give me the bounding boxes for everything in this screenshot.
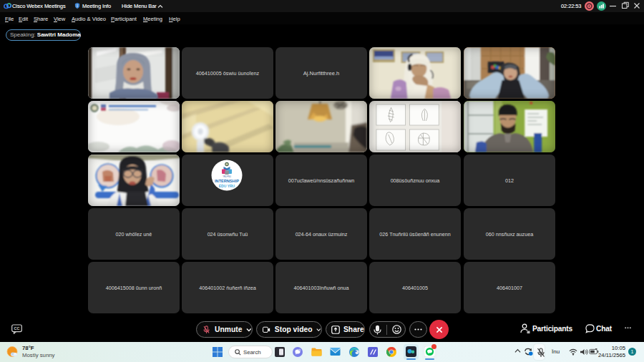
svg-text:YRU PNU: YRU PNU (223, 175, 231, 178)
svg-text:INTERNSHIP: INTERNSHIP (215, 179, 239, 183)
svg-text:CC: CC (14, 326, 20, 331)
svg-text:EDU YRU: EDU YRU (219, 184, 235, 188)
